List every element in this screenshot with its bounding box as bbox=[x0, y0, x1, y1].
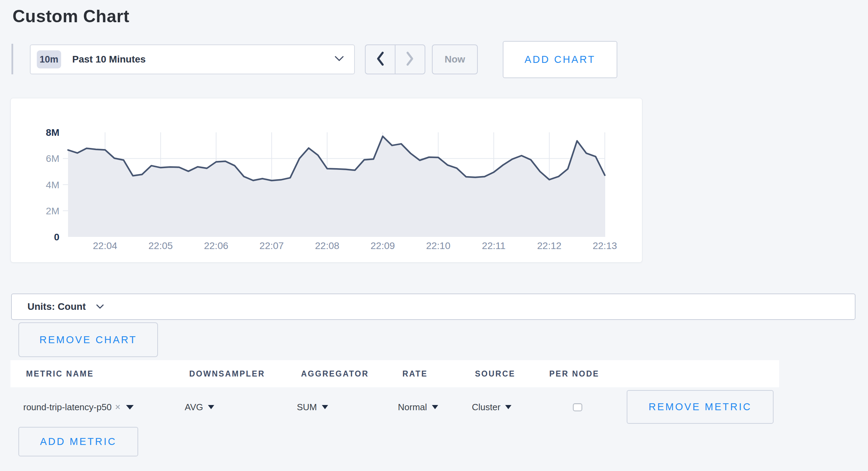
remove-chart-button[interactable]: REMOVE CHART bbox=[18, 322, 158, 357]
per-node-cell bbox=[573, 388, 582, 427]
time-window-dropdown[interactable]: 10m Past 10 Minutes bbox=[30, 44, 355, 74]
svg-text:4M: 4M bbox=[46, 180, 59, 190]
metric-name-value: round-trip-latency-p50 bbox=[23, 402, 111, 413]
svg-text:22:04: 22:04 bbox=[93, 240, 117, 251]
remove-metric-button[interactable]: REMOVE METRIC bbox=[627, 390, 774, 424]
svg-text:22:07: 22:07 bbox=[259, 240, 284, 251]
svg-text:22:10: 22:10 bbox=[426, 240, 450, 251]
time-shift-back-button[interactable] bbox=[366, 45, 395, 74]
downsampler-value: AVG bbox=[185, 402, 203, 413]
aggregator-value: SUM bbox=[297, 402, 317, 413]
column-header-aggregator: AGGREGATOR bbox=[301, 360, 369, 387]
chevron-down-icon bbox=[96, 304, 104, 311]
chevron-right-icon bbox=[406, 51, 415, 68]
column-header-downsampler: DOWNSAMPLER bbox=[189, 360, 265, 387]
page-title: Custom Chart bbox=[12, 6, 130, 26]
time-window-badge: 10m bbox=[37, 50, 61, 68]
svg-text:22:05: 22:05 bbox=[149, 240, 173, 251]
rate-value: Normal bbox=[398, 402, 427, 413]
column-header-metric-name: METRIC NAME bbox=[26, 360, 94, 387]
column-header-rate: RATE bbox=[402, 360, 428, 387]
chevron-down-icon bbox=[335, 56, 344, 63]
source-dropdown[interactable]: Cluster bbox=[472, 388, 511, 427]
chevron-left-icon bbox=[376, 51, 385, 68]
dropdown-caret-icon bbox=[322, 405, 328, 409]
svg-text:22:08: 22:08 bbox=[315, 240, 339, 251]
svg-text:6M: 6M bbox=[46, 153, 59, 164]
svg-text:22:13: 22:13 bbox=[593, 240, 617, 251]
time-shift-button-group bbox=[365, 44, 425, 74]
custom-chart-panel: 02M4M6M8M22:0422:0522:0622:0722:0822:092… bbox=[10, 98, 642, 263]
metric-name-dropdown[interactable]: round-trip-latency-p50 × bbox=[23, 388, 134, 427]
add-metric-button[interactable]: ADD METRIC bbox=[18, 427, 138, 456]
dropdown-caret-icon bbox=[126, 405, 134, 410]
dropdown-caret-icon bbox=[432, 405, 438, 409]
column-header-per-node: PER NODE bbox=[549, 360, 599, 387]
column-header-source: SOURCE bbox=[475, 360, 515, 387]
svg-text:22:12: 22:12 bbox=[537, 240, 561, 251]
now-button[interactable]: Now bbox=[432, 44, 478, 74]
time-window-label: Past 10 Minutes bbox=[72, 54, 146, 65]
clear-metric-x-icon[interactable]: × bbox=[115, 402, 120, 413]
svg-text:22:09: 22:09 bbox=[370, 240, 395, 251]
aggregator-dropdown[interactable]: SUM bbox=[297, 388, 328, 427]
time-shift-forward-button[interactable] bbox=[395, 45, 425, 74]
svg-text:2M: 2M bbox=[46, 206, 59, 216]
add-chart-button[interactable]: ADD CHART bbox=[503, 41, 617, 78]
downsampler-dropdown[interactable]: AVG bbox=[185, 388, 214, 427]
svg-text:22:11: 22:11 bbox=[482, 240, 506, 251]
source-value: Cluster bbox=[472, 402, 500, 413]
units-label: Units: Count bbox=[27, 301, 86, 312]
svg-text:8M: 8M bbox=[46, 127, 59, 138]
dropdown-caret-icon bbox=[505, 405, 511, 409]
timeseries-area-chart[interactable]: 02M4M6M8M22:0422:0522:0622:0722:0822:092… bbox=[11, 98, 641, 262]
svg-text:0: 0 bbox=[54, 232, 59, 242]
dropdown-caret-icon bbox=[208, 405, 214, 409]
rate-dropdown[interactable]: Normal bbox=[398, 388, 438, 427]
section-accent-bar bbox=[11, 44, 13, 74]
units-dropdown[interactable]: Units: Count bbox=[11, 294, 856, 320]
metrics-table-header: METRIC NAME DOWNSAMPLER AGGREGATOR RATE … bbox=[10, 360, 779, 387]
per-node-checkbox[interactable] bbox=[573, 403, 582, 411]
svg-text:22:06: 22:06 bbox=[204, 240, 228, 251]
